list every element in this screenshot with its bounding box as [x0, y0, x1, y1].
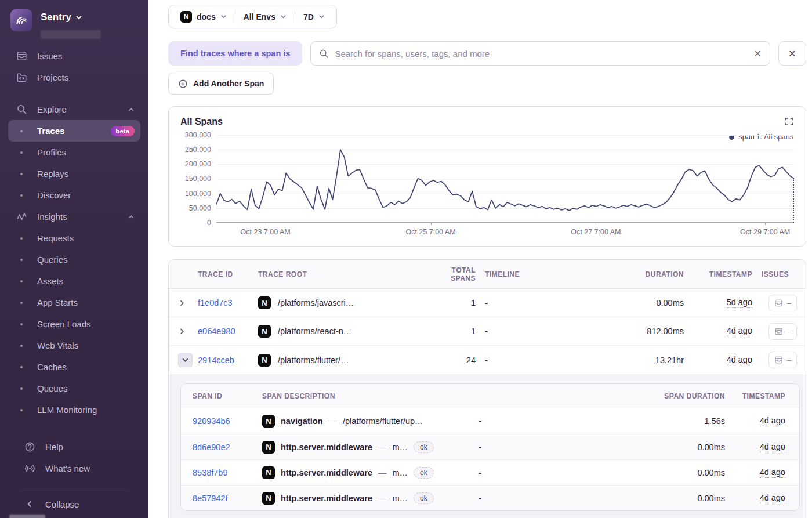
- sidebar-item-help[interactable]: Help: [16, 436, 132, 458]
- clear-search-icon[interactable]: ✕: [754, 48, 762, 59]
- sidebar-item-label: Screen Loads: [37, 319, 91, 329]
- add-another-span-button[interactable]: Add Another Span: [168, 73, 274, 95]
- sidebar-collapse-button[interactable]: Collapse: [16, 491, 132, 512]
- remove-span-button[interactable]: ✕: [778, 41, 806, 66]
- trace-row[interactable]: f1e0d7c3 N/platforms/javascri… 1 0.00ms …: [169, 289, 806, 317]
- sidebar-item-replays[interactable]: • Replays: [8, 163, 140, 184]
- expand-row-icon[interactable]: [178, 328, 198, 335]
- timestamp-link[interactable]: 4d ago: [760, 416, 785, 426]
- bullet-icon: •: [15, 363, 28, 372]
- sidebar-item-profiles[interactable]: • Profiles: [8, 142, 140, 163]
- bullet-icon: •: [15, 191, 28, 200]
- span-search-input[interactable]: [335, 49, 748, 59]
- sidebar-item-web-vitals[interactable]: •Web Vitals: [8, 335, 140, 356]
- span-duration-value: 1.56s: [625, 416, 730, 426]
- sentry-logo: [10, 9, 32, 31]
- search-icon: [319, 49, 329, 59]
- timestamp-link[interactable]: 5d ago: [727, 298, 752, 308]
- span-row[interactable]: 920934b6 N navigation — /platforms/flutt…: [181, 408, 799, 434]
- trace-row-expanded[interactable]: 2914cceb N/platforms/flutter/… 24 13.21h…: [169, 346, 806, 374]
- collapse-row-button[interactable]: [178, 353, 193, 367]
- broadcast-icon: [23, 463, 36, 474]
- cut-off-blurred-text: [9, 515, 45, 518]
- col-issues: ISSUES: [762, 270, 806, 278]
- sidebar-item-assets[interactable]: •Assets: [8, 270, 140, 292]
- sidebar-item-discover[interactable]: • Discover: [8, 184, 140, 206]
- span-duration-value: 0.00ms: [625, 443, 730, 452]
- org-switcher[interactable]: Sentry: [0, 7, 148, 37]
- span-op: navigation: [281, 416, 323, 426]
- environment-filter[interactable]: All Envs: [235, 5, 295, 28]
- span-row[interactable]: 8d6e90e2 N http.server.middleware — m… o…: [181, 434, 799, 459]
- timestamp-link[interactable]: 4d ago: [760, 493, 785, 503]
- sidebar-item-projects[interactable]: Projects: [8, 67, 140, 88]
- bullet-icon: •: [15, 298, 28, 307]
- project-filter[interactable]: N docs: [172, 5, 235, 28]
- sidebar-item-whats-new[interactable]: What's new: [16, 458, 132, 479]
- timestamp-link[interactable]: 4d ago: [727, 326, 752, 336]
- section-label: Explore: [37, 104, 67, 114]
- sidebar-section-explore[interactable]: Explore: [8, 99, 140, 120]
- issues-button[interactable]: –: [768, 352, 797, 368]
- insights-icon: [15, 211, 28, 222]
- timestamp-link[interactable]: 4d ago: [760, 442, 785, 452]
- sidebar-item-label: Issues: [37, 51, 62, 61]
- sidebar-item-screen-loads[interactable]: •Screen Loads: [8, 313, 140, 335]
- sidebar-item-queues[interactable]: •Queues: [8, 378, 140, 399]
- issues-button[interactable]: –: [768, 295, 797, 311]
- sidebar-item-queries[interactable]: •Queries: [8, 249, 140, 270]
- col-total-spans: TOTAL SPANS: [427, 266, 485, 282]
- sidebar-item-app-starts[interactable]: •App Starts: [8, 292, 140, 313]
- x-tick-label: Oct 27 7:00 AM: [571, 228, 621, 236]
- org-name: Sentry: [41, 12, 71, 23]
- sidebar-item-label: Web Vitals: [37, 340, 78, 350]
- sidebar-item-label: Traces: [37, 126, 65, 136]
- date-range-filter[interactable]: 7D: [295, 5, 333, 28]
- span-id-link[interactable]: 8d6e90e2: [193, 443, 262, 452]
- col-timestamp: TIMESTAMP: [697, 270, 762, 278]
- timestamp-link[interactable]: 4d ago: [760, 468, 785, 478]
- span-id-link[interactable]: 8e57942f: [193, 494, 262, 503]
- span-row[interactable]: 8e57942f N http.server.middleware — m… o…: [181, 485, 799, 510]
- chart-plot-area[interactable]: [216, 135, 794, 223]
- sidebar: Sentry Issues Projects: [0, 0, 148, 518]
- separator-dash: —: [378, 443, 387, 452]
- x-tick-label: Oct 23 7:00 AM: [241, 228, 291, 236]
- sidebar-item-llm-monitoring[interactable]: •LLM Monitoring: [8, 399, 140, 421]
- sidebar-item-label: Queries: [37, 255, 68, 265]
- status-badge: ok: [414, 441, 434, 453]
- environment-filter-value: All Envs: [244, 12, 276, 21]
- section-label: Insights: [37, 212, 67, 222]
- expanded-trace-panel: SPAN ID SPAN DESCRIPTION SPAN DURATION T…: [169, 374, 806, 518]
- chevron-up-icon: [128, 106, 135, 113]
- sidebar-item-traces[interactable]: • Traces beta: [8, 120, 140, 142]
- chart-title: All Spans: [180, 117, 794, 127]
- sidebar-item-requests[interactable]: •Requests: [8, 227, 140, 249]
- bullet-icon: •: [15, 405, 28, 415]
- issues-button[interactable]: –: [768, 323, 797, 340]
- span-description-text: m…: [392, 494, 408, 503]
- duration-value: 13.21hr: [632, 356, 697, 365]
- issues-icon: [774, 327, 783, 336]
- trace-id-link[interactable]: e064e980: [198, 327, 258, 336]
- span-row[interactable]: 8538f7b9 N http.server.middleware — m… o…: [181, 459, 799, 485]
- trace-row[interactable]: e064e980 N/platforms/react-n… 1 812.00ms…: [169, 317, 806, 346]
- span-id-link[interactable]: 920934b6: [193, 416, 262, 426]
- trace-id-link[interactable]: f1e0d7c3: [198, 298, 258, 307]
- expand-chart-icon[interactable]: [785, 117, 793, 128]
- timestamp-link[interactable]: 4d ago: [727, 355, 752, 365]
- sidebar-item-label: Queues: [37, 383, 68, 393]
- sidebar-item-label: Caches: [37, 362, 67, 372]
- expand-row-icon[interactable]: [178, 299, 198, 307]
- col-span-description: SPAN DESCRIPTION: [262, 392, 478, 400]
- nextjs-platform-icon: N: [258, 325, 271, 338]
- trace-id-link[interactable]: 2914cceb: [198, 356, 258, 365]
- sidebar-item-caches[interactable]: •Caches: [8, 356, 140, 378]
- span-duration-value: 0.00ms: [625, 468, 730, 477]
- span-id-link[interactable]: 8538f7b9: [193, 468, 262, 477]
- sidebar-item-issues[interactable]: Issues: [8, 45, 140, 67]
- sidebar-item-label: LLM Monitoring: [37, 405, 97, 415]
- sidebar-section-insights[interactable]: Insights: [8, 206, 140, 227]
- sidebar-item-label: Collapse: [45, 499, 79, 509]
- sidebar-nav: Issues Projects Explore • Traces: [0, 37, 148, 512]
